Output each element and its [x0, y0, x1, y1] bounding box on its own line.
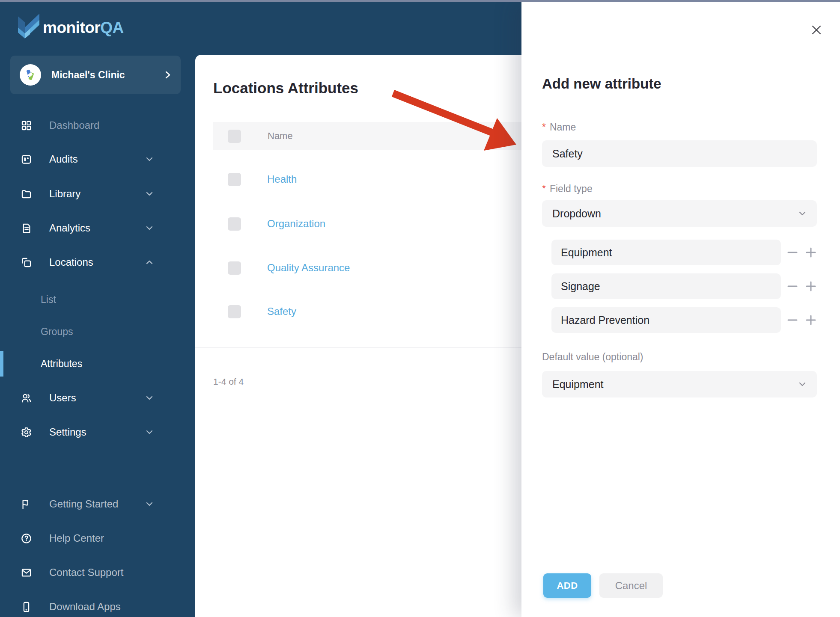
chevron-down-icon	[145, 393, 154, 403]
chevron-down-icon	[145, 427, 154, 437]
dropdown-option-input[interactable]: Hazard Prevention	[551, 307, 781, 333]
sidebar-item-users[interactable]: Users	[0, 384, 193, 412]
name-input[interactable]: Safety	[542, 140, 817, 167]
row-checkbox[interactable]	[228, 217, 241, 231]
row-checkbox[interactable]	[228, 261, 241, 275]
minus-icon	[787, 247, 798, 258]
field-type-label: *Field type	[542, 183, 593, 195]
chevron-up-icon	[145, 258, 154, 267]
sidebar-item-locations-groups[interactable]: Groups	[0, 318, 193, 345]
workspace-switcher[interactable]: Michael's Clinic	[10, 56, 181, 94]
folder-icon	[21, 188, 32, 200]
remove-option-button[interactable]	[786, 280, 799, 293]
sidebar-item-library[interactable]: Library	[0, 180, 193, 208]
add-button[interactable]: ADD	[543, 573, 591, 598]
name-field-label: *Name	[542, 122, 576, 133]
required-marker: *	[542, 183, 546, 194]
chevron-down-icon	[145, 189, 154, 199]
remove-option-button[interactable]	[786, 246, 799, 259]
chevron-down-icon	[145, 154, 154, 164]
minus-icon	[787, 314, 798, 326]
active-item-indicator	[0, 351, 3, 377]
gear-icon	[21, 427, 32, 438]
field-type-select[interactable]: Dropdown	[542, 200, 817, 227]
attribute-link-organization[interactable]: Organization	[267, 218, 325, 230]
select-all-checkbox[interactable]	[228, 130, 241, 143]
flag-icon	[21, 498, 32, 510]
sidebar-item-download-apps[interactable]: Download Apps	[0, 593, 193, 617]
sidebar-item-locations-list[interactable]: List	[0, 286, 193, 313]
mail-icon	[21, 567, 32, 578]
sidebar-item-getting-started[interactable]: Getting Started	[0, 490, 193, 518]
row-checkbox[interactable]	[228, 173, 241, 186]
document-icon	[21, 222, 32, 234]
default-value-label: Default value (optional)	[542, 351, 643, 363]
default-value-select[interactable]: Equipment	[542, 371, 817, 397]
sidebar: monitorQA Michael's Clinic Dashboard	[0, 2, 193, 617]
pagination-status: 1-4 of 4	[213, 377, 244, 387]
plus-icon	[805, 281, 816, 292]
sidebar-item-locations-attributes[interactable]: Attributes	[0, 350, 193, 377]
audit-board-icon	[21, 154, 32, 165]
phone-icon	[21, 601, 32, 613]
red-arrow-annotation	[376, 80, 524, 160]
sidebar-item-audits[interactable]: Audits	[0, 145, 193, 173]
sidebar-item-analytics[interactable]: Analytics	[0, 214, 193, 242]
add-option-button[interactable]	[804, 314, 817, 326]
attribute-link-safety[interactable]: Safety	[267, 306, 296, 317]
plus-icon	[805, 314, 816, 326]
chevron-down-icon	[797, 379, 807, 389]
drawer-title: Add new attribute	[542, 76, 661, 92]
dropdown-option-input[interactable]: Signage	[551, 273, 781, 299]
app-logo: monitorQA	[17, 13, 124, 43]
remove-option-button[interactable]	[786, 314, 799, 326]
help-circle-icon	[21, 533, 32, 544]
page-title: Locations Attributes	[213, 80, 358, 97]
minus-icon	[787, 281, 798, 292]
window-top-edge	[0, 0, 840, 2]
logo-text: monitorQA	[43, 19, 124, 37]
grid-icon	[21, 120, 32, 131]
sidebar-item-contact-support[interactable]: Contact Support	[0, 559, 193, 586]
column-header-name: Name	[268, 131, 293, 142]
attribute-link-health[interactable]: Health	[267, 173, 297, 185]
row-checkbox[interactable]	[228, 305, 241, 318]
users-icon	[21, 392, 32, 404]
add-attribute-drawer: Add new attribute *Name Safety *Field ty…	[521, 2, 840, 617]
workspace-avatar	[20, 64, 41, 86]
logo-checkmark-icon	[17, 13, 40, 43]
workspace-name: Michael's Clinic	[51, 69, 164, 81]
add-option-button[interactable]	[804, 280, 817, 293]
add-option-button[interactable]	[804, 246, 817, 259]
sidebar-item-dashboard[interactable]: Dashboard	[0, 112, 193, 139]
dropdown-option-input[interactable]: Equipment	[551, 240, 781, 265]
chevron-right-icon	[164, 70, 171, 80]
plus-icon	[805, 247, 816, 258]
sidebar-item-help-center[interactable]: Help Center	[0, 525, 193, 552]
required-marker: *	[542, 122, 546, 133]
clinic-cross-icon	[24, 68, 37, 81]
chevron-down-icon	[145, 223, 154, 233]
chevron-down-icon	[145, 499, 154, 509]
close-icon[interactable]	[809, 23, 824, 37]
sidebar-item-settings[interactable]: Settings	[0, 418, 193, 446]
chevron-down-icon	[797, 208, 807, 219]
copy-icon	[21, 257, 32, 268]
attribute-link-quality-assurance[interactable]: Quality Assurance	[267, 262, 350, 274]
sidebar-item-locations[interactable]: Locations	[0, 249, 193, 276]
cancel-button[interactable]: Cancel	[599, 573, 663, 598]
